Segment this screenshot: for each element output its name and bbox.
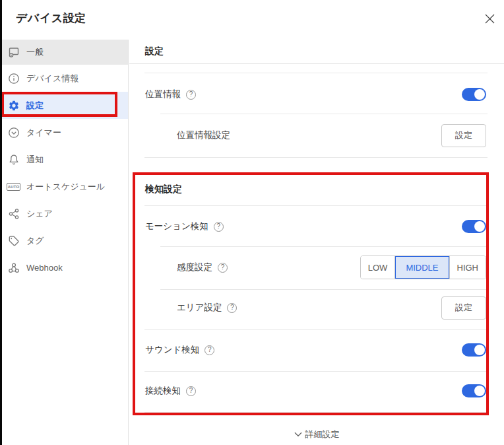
dialog-header: デバイス設定 [0, 0, 504, 40]
sidebar-item-label: 通知 [26, 154, 44, 166]
sidebar-item-label: シェア [26, 208, 53, 220]
sidebar-item-settings[interactable]: 設定 [0, 92, 128, 119]
sensitivity-high-button[interactable]: HIGH [449, 256, 486, 279]
sidebar-item-share[interactable]: シェア [0, 200, 128, 227]
left-edge-strip [0, 0, 2, 445]
location-setting-button[interactable]: 設定 [441, 124, 486, 147]
divider [144, 412, 488, 413]
location-setting-label: 位置情報設定 [177, 129, 230, 141]
help-icon[interactable]: ? [214, 222, 224, 232]
sensitivity-middle-button[interactable]: MIDDLE [394, 256, 449, 279]
divider [144, 73, 488, 73]
sensitivity-label: 感度設定 [177, 261, 212, 273]
bell-icon [7, 153, 20, 166]
location-toggle[interactable] [462, 88, 486, 101]
help-icon[interactable]: ? [186, 386, 196, 396]
connection-detection-toggle[interactable] [462, 384, 486, 397]
detection-section-header: 検知設定 [145, 173, 486, 206]
sidebar-item-timer[interactable]: タイマー [0, 119, 128, 146]
advanced-settings-label: 詳細設定 [305, 428, 340, 440]
sensitivity-row: 感度設定 ? LOW MIDDLE HIGH [177, 251, 486, 284]
auto-schedule-icon: AUTO [7, 180, 20, 193]
sidebar-item-notifications[interactable]: 通知 [0, 146, 128, 173]
help-icon[interactable]: ? [218, 263, 228, 273]
device-gear-icon [7, 46, 20, 59]
sidebar-item-device-info[interactable]: デバイス情報 [0, 65, 128, 92]
help-icon[interactable]: ? [227, 303, 237, 313]
sound-detection-label: サウンド検知 [145, 344, 199, 356]
location-label: 位置情報 [145, 88, 181, 100]
connection-detection-row: 接続検知 ? [145, 374, 486, 407]
gear-icon [7, 99, 20, 112]
divider [144, 157, 488, 158]
info-icon [7, 72, 20, 85]
divider [144, 371, 488, 372]
sidebar-item-webhook[interactable]: Webhook [0, 254, 128, 281]
device-settings-dialog: デバイス設定 一般 [0, 0, 504, 445]
sidebar-item-label: タイマー [26, 127, 61, 139]
sidebar-item-label: タグ [26, 235, 44, 247]
divider [144, 329, 488, 330]
sidebar: 一般 デバイス情報 設定 [0, 40, 129, 445]
divider [144, 205, 488, 206]
sensitivity-low-button[interactable]: LOW [361, 256, 395, 279]
sidebar-item-label: 一般 [26, 46, 44, 58]
divider [160, 289, 488, 290]
area-setting-label: エリア設定 [177, 302, 222, 314]
motion-detection-label: モーション検知 [145, 221, 208, 232]
sidebar-item-tags[interactable]: タグ [0, 227, 128, 254]
dialog-title: デバイス設定 [16, 11, 86, 26]
sidebar-item-label: デバイス情報 [26, 73, 79, 85]
location-setting-row: 位置情報設定 設定 [177, 119, 486, 152]
sensitivity-segmented-control: LOW MIDDLE HIGH [360, 256, 486, 279]
detection-section-title: 検知設定 [145, 184, 182, 195]
connection-detection-label: 接続検知 [145, 385, 181, 397]
settings-panel: 設定 位置情報 ? 位置情報設定 設定 検知設定 [129, 40, 504, 445]
area-setting-button[interactable]: 設定 [441, 296, 486, 320]
sidebar-item-label: オートスケジュール [26, 181, 105, 193]
divider [160, 246, 488, 247]
sidebar-item-general[interactable]: 一般 [0, 40, 128, 65]
advanced-settings-expander[interactable]: 詳細設定 [129, 426, 504, 443]
webhook-icon [7, 261, 20, 274]
motion-detection-row: モーション検知 ? [145, 210, 486, 243]
help-icon[interactable]: ? [205, 345, 214, 355]
close-button[interactable] [480, 9, 499, 28]
divider [160, 114, 488, 114]
area-setting-row: エリア設定 ? 設定 [177, 291, 486, 324]
sidebar-item-label: 設定 [26, 100, 44, 112]
location-row: 位置情報 ? [145, 78, 486, 111]
tag-icon [7, 234, 20, 247]
close-icon [484, 13, 495, 24]
timer-icon [7, 126, 20, 139]
sound-detection-row: サウンド検知 ? [145, 333, 486, 366]
sidebar-item-auto-schedule[interactable]: AUTO オートスケジュール [0, 173, 128, 200]
sidebar-item-label: Webhook [26, 263, 63, 273]
settings-content: 位置情報 ? 位置情報設定 設定 検知設定 モーション検知 ? [129, 64, 504, 445]
motion-detection-toggle[interactable] [462, 220, 486, 233]
panel-title: 設定 [129, 40, 504, 64]
chevron-down-icon [294, 432, 302, 437]
sound-detection-toggle[interactable] [462, 343, 486, 357]
share-icon [7, 207, 20, 220]
help-icon[interactable]: ? [186, 90, 196, 100]
